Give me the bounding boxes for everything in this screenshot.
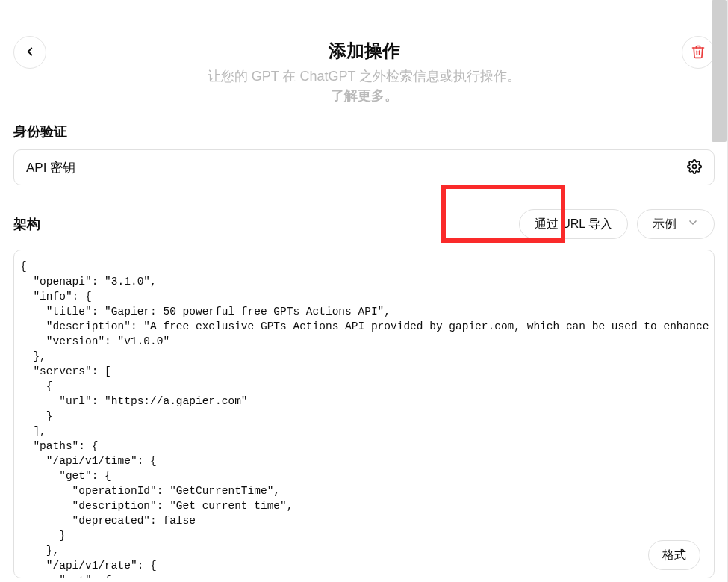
trash-icon [691,44,706,61]
schema-content: { "openapi": "3.1.0", "info": { "title":… [20,261,715,578]
format-button[interactable]: 格式 [648,540,700,570]
delete-button[interactable] [682,36,715,69]
auth-label: 身份验证 [13,123,715,140]
learn-more-link[interactable]: 了解更多。 [46,87,682,105]
gear-icon [687,159,702,176]
example-dropdown[interactable]: 示例 [637,209,715,239]
auth-settings-button[interactable] [682,155,706,179]
chevron-left-icon [23,45,37,61]
schema-label: 架构 [13,215,40,233]
svg-point-0 [693,164,697,168]
import-url-button[interactable]: 通过 URL 导入 [519,209,628,239]
page-title: 添加操作 [46,39,682,63]
back-button[interactable] [13,36,46,69]
scrollbar-thumb[interactable] [712,0,727,142]
auth-value: API 密钥 [26,159,682,176]
schema-textarea[interactable]: { "openapi": "3.1.0", "info": { "title":… [13,250,715,578]
chevron-down-icon [687,217,699,232]
auth-field[interactable]: API 密钥 [13,149,715,185]
page-subtitle: 让您的 GPT 在 ChatGPT 之外检索信息或执行操作。 [46,67,682,85]
example-label: 示例 [653,217,676,232]
import-url-label: 通过 URL 导入 [535,217,612,232]
